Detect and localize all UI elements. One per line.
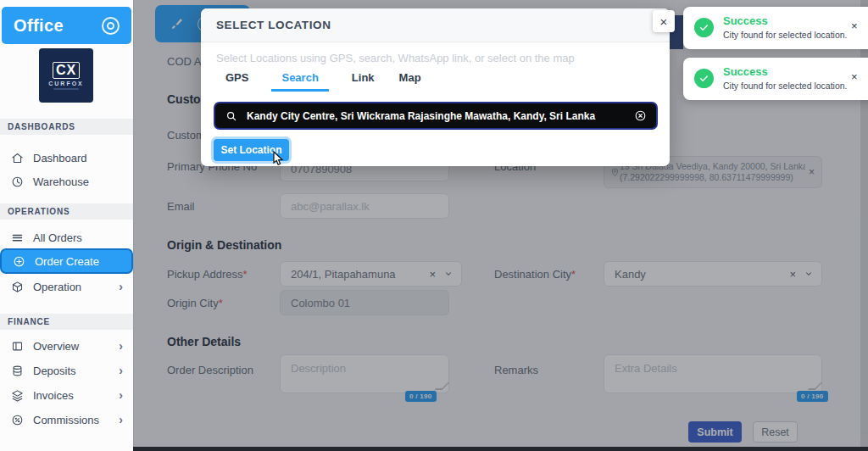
sidebar-item-overview[interactable]: Overview ›: [0, 334, 133, 358]
clock-icon: [10, 175, 24, 188]
logo-word: CURFOX: [48, 81, 84, 86]
spellcheck-underline: Wickrama Rajasinghe: [357, 110, 462, 122]
toast-title: Success: [723, 65, 768, 78]
database-icon: [10, 364, 24, 377]
list-icon: [10, 231, 24, 244]
section-finance: FINANCE: [0, 314, 133, 330]
home-icon: [10, 151, 24, 164]
search-icon: [225, 109, 238, 123]
curfox-logo: CX CURFOX: [39, 48, 93, 103]
location-method-tabs: GPS Search Link Map: [224, 71, 423, 92]
section-operations: OPERATIONS: [0, 203, 133, 220]
check-circle-icon: [694, 18, 714, 37]
clear-circle-icon[interactable]: [633, 109, 647, 123]
plus-circle-icon: [12, 254, 25, 268]
toast-close-icon[interactable]: ×: [851, 19, 858, 32]
box-icon: [10, 280, 24, 293]
sidebar-item-operation[interactable]: Operation ›: [0, 275, 133, 298]
sidebar-item-dashboard[interactable]: Dashboard: [0, 146, 133, 170]
tab-map[interactable]: Map: [398, 71, 423, 92]
toast-close-icon[interactable]: ×: [851, 70, 858, 83]
close-icon: ×: [660, 14, 668, 29]
chevron-right-icon: ›: [119, 339, 123, 353]
sidebar-item-invoices[interactable]: Invoices ›: [0, 383, 133, 407]
chevron-right-icon: ›: [119, 280, 123, 293]
select-location-modal: SELECT LOCATION × Select Locations using…: [201, 8, 670, 166]
sidebar-item-commissions[interactable]: Commissions ›: [0, 408, 133, 432]
modal-header: SELECT LOCATION: [201, 8, 670, 42]
sidebar: Office CX CURFOX DASHBOARDS Dashboard Wa…: [0, 0, 134, 451]
tab-link[interactable]: Link: [350, 71, 376, 92]
sidebar-item-deposits[interactable]: Deposits ›: [0, 359, 133, 382]
logo-tagline-bar: [53, 88, 79, 90]
success-toast: Success City found for selected location…: [683, 7, 868, 49]
chevron-right-icon: ›: [119, 388, 123, 402]
app-window: ? COD Amount Customer Customer Name Prim…: [0, 0, 868, 451]
search-input-value: Kandy City Centre, Sri Wickrama Rajasing…: [247, 110, 625, 122]
brand-title: Office: [14, 16, 64, 36]
toast-message: City found for selected location.: [723, 30, 848, 40]
modal-title: SELECT LOCATION: [216, 19, 331, 31]
section-dashboards: DASHBOARDS: [0, 119, 133, 135]
sidebar-item-order-create[interactable]: Order Create: [0, 248, 133, 274]
layers-icon: [10, 388, 24, 402]
success-toast: Success City found for selected location…: [683, 58, 868, 100]
percent-circle-icon: [10, 413, 24, 426]
chevron-right-icon: ›: [119, 413, 123, 426]
chevron-right-icon: ›: [119, 364, 123, 377]
logo-mark: CX: [53, 62, 80, 79]
bottom-edge: [133, 447, 868, 451]
toast-message: City found for selected location.: [723, 81, 848, 91]
sidebar-brand-header: Office: [2, 7, 131, 44]
modal-close-button[interactable]: ×: [653, 10, 675, 32]
mouse-cursor: [273, 151, 286, 170]
check-circle-icon: [694, 69, 714, 88]
target-icon[interactable]: [102, 17, 120, 35]
card-icon: [10, 339, 24, 353]
sidebar-item-all-orders[interactable]: All Orders: [0, 226, 133, 249]
tab-search[interactable]: Search: [271, 71, 328, 92]
tab-gps[interactable]: GPS: [224, 71, 250, 92]
toast-title: Success: [723, 14, 768, 27]
modal-subtitle: Select Locations using GPS, search, What…: [216, 52, 575, 64]
location-search-input[interactable]: Kandy City Centre, Sri Wickrama Rajasing…: [214, 102, 658, 130]
sidebar-item-warehouse[interactable]: Warehouse: [0, 170, 133, 193]
